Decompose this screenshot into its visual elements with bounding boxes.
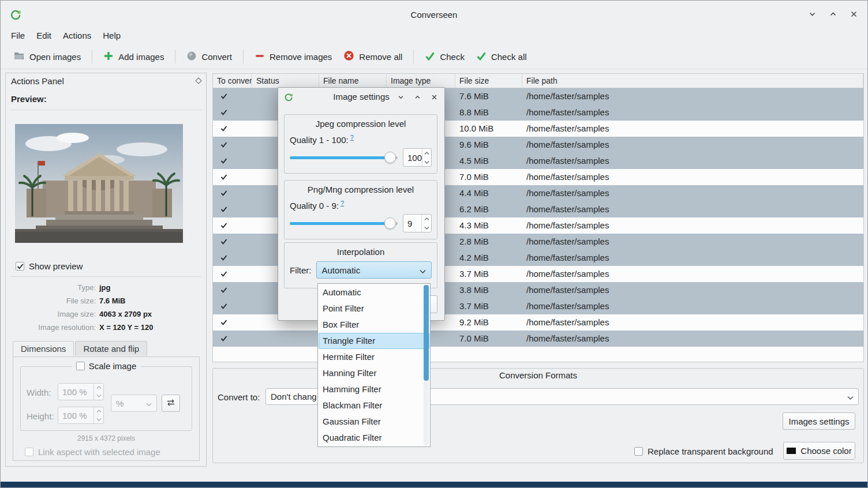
spin-down-icon[interactable] (94, 392, 103, 400)
panel-float-button[interactable] (195, 77, 201, 84)
filter-option-point-filter[interactable]: Point Filter (319, 301, 429, 317)
row-file-path: /home/faster/samples (522, 331, 863, 347)
row-convert-checkbox[interactable] (219, 173, 228, 182)
aspect-ratio-button[interactable] (162, 395, 180, 412)
toolbar-separator (243, 50, 244, 63)
column-file-path[interactable]: File path (522, 74, 863, 88)
popup-scrollbar-thumb[interactable] (424, 285, 429, 381)
info-label: Type: (10, 283, 96, 292)
jpeg-quality-slider[interactable] (290, 151, 398, 164)
menu-edit[interactable]: Edit (31, 29, 57, 42)
row-file-path: /home/faster/samples (522, 314, 863, 331)
filter-option-hamming-filter[interactable]: Hamming Filter (319, 381, 429, 397)
check-button[interactable]: Check (419, 47, 470, 66)
jpeg-compression-group: Jpeg compression level Quality 1 - 100:?… (284, 114, 437, 174)
filter-option-hanning-filter[interactable]: Hanning Filter (319, 365, 429, 381)
close-icon[interactable] (849, 9, 858, 18)
spin-up-icon[interactable] (94, 407, 103, 415)
menu-file[interactable]: File (5, 29, 31, 42)
show-preview-checkbox[interactable]: Show preview (16, 261, 83, 271)
popup-scrollbar[interactable] (424, 285, 429, 445)
add-images-button[interactable]: Add images (98, 47, 170, 66)
slider-handle[interactable] (384, 217, 396, 229)
filter-option-hermite-filter[interactable]: Hermite Filter (319, 349, 429, 365)
row-convert-checkbox[interactable] (219, 270, 228, 279)
check-all-button[interactable]: Check all (470, 47, 533, 66)
spin-down-icon[interactable] (422, 223, 431, 232)
filter-option-automatic[interactable]: Automatic (319, 284, 429, 301)
row-convert-checkbox[interactable] (219, 141, 228, 149)
dialog-close-icon[interactable] (429, 92, 439, 102)
row-convert-checkbox[interactable] (219, 125, 228, 133)
dialog-minimize-icon[interactable] (396, 92, 405, 102)
row-convert-checkbox[interactable] (219, 335, 228, 343)
link-aspect-checkbox[interactable]: Link aspect with selected image (25, 447, 160, 457)
column-image-type[interactable]: Image type (387, 74, 455, 88)
column-file-name[interactable]: File name (319, 74, 387, 88)
row-convert-checkbox[interactable] (219, 254, 228, 262)
jpeg-quality-spinbox[interactable]: 100 (403, 148, 432, 167)
column-to-convert[interactable]: To convert (213, 74, 252, 88)
column-status[interactable]: Status (252, 74, 319, 88)
row-convert-checkbox[interactable] (219, 286, 228, 295)
row-convert-checkbox[interactable] (219, 318, 228, 327)
remove-all-button[interactable]: Remove all (338, 47, 408, 66)
filter-option-blackman-filter[interactable]: Blackman Filter (319, 397, 429, 414)
row-convert-checkbox[interactable] (219, 222, 228, 230)
bottom-status-strip (1, 482, 867, 487)
menu-help[interactable]: Help (97, 29, 126, 42)
spin-up-icon[interactable] (422, 149, 431, 157)
window-title: Converseen (1, 10, 867, 20)
dialog-maximize-icon[interactable] (413, 92, 422, 102)
spin-down-icon[interactable] (422, 157, 431, 166)
png-help-link[interactable]: ? (341, 200, 344, 207)
row-convert-checkbox[interactable] (219, 302, 228, 311)
spin-up-icon[interactable] (422, 215, 431, 223)
row-convert-checkbox[interactable] (219, 238, 228, 246)
tab-rotate-and-flip[interactable]: Rotate and flip (75, 341, 147, 356)
replace-transparent-checkbox[interactable]: Replace transparent background (634, 446, 773, 456)
file-row[interactable]: 7.0 MiB/home/faster/samples (213, 331, 863, 347)
row-file-path: /home/faster/samples (522, 201, 863, 217)
convert-button[interactable]: Convert (181, 47, 238, 66)
width-spinbox[interactable]: 100 % (58, 383, 104, 400)
slider-handle[interactable] (384, 152, 396, 163)
row-convert-checkbox[interactable] (219, 108, 228, 117)
filter-option-triangle-filter[interactable]: Triangle Filter (319, 333, 429, 349)
maximize-icon[interactable] (828, 9, 837, 18)
info-value: X = 120 Y = 120 (99, 323, 200, 332)
menu-actions[interactable]: Actions (57, 29, 97, 42)
filter-option-box-filter[interactable]: Box Filter (319, 317, 429, 333)
row-convert-checkbox[interactable] (219, 92, 228, 101)
row-file-path: /home/faster/samples (522, 298, 863, 314)
row-file-size: 9.6 MiB (455, 137, 522, 153)
toolbar-separator (175, 50, 175, 63)
preview-label: Preview: (11, 94, 47, 104)
row-convert-checkbox[interactable] (219, 157, 228, 166)
png-quality-slider[interactable] (290, 217, 398, 230)
remove-images-button[interactable]: Remove images (249, 47, 338, 66)
row-file-size: 7.6 MiB (455, 88, 522, 104)
jpeg-help-link[interactable]: ? (350, 134, 354, 141)
spin-up-icon[interactable] (94, 384, 103, 392)
row-file-path: /home/faster/samples (522, 88, 863, 104)
unit-combobox[interactable]: % (111, 395, 157, 412)
titlebar: Converseen (1, 1, 867, 27)
filter-option-quadratic-filter[interactable]: Quadratic Filter (319, 430, 429, 446)
row-convert-checkbox[interactable] (219, 189, 228, 198)
filter-option-gaussian-filter[interactable]: Gaussian Filter (319, 414, 429, 430)
height-spinbox[interactable]: 100 % (58, 407, 104, 424)
minimize-icon[interactable] (807, 9, 817, 18)
scale-image-checkbox[interactable]: Scale image (72, 361, 141, 371)
row-convert-checkbox[interactable] (219, 205, 228, 214)
png-quality-spinbox[interactable]: 9 (403, 214, 432, 232)
row-file-size: 6.2 MiB (455, 201, 522, 217)
filter-combobox[interactable]: Automatic (316, 261, 432, 279)
column-file-size[interactable]: File size (455, 74, 522, 88)
images-settings-button[interactable]: Images settings (783, 412, 855, 430)
tab-dimensions[interactable]: Dimensions (13, 341, 74, 356)
row-file-path: /home/faster/samples (522, 250, 863, 266)
open-images-button[interactable]: Open images (8, 47, 87, 67)
spin-down-icon[interactable] (94, 415, 103, 423)
choose-color-button[interactable]: Choose color (783, 442, 855, 460)
